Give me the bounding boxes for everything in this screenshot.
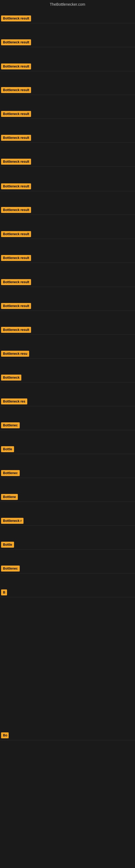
list-item[interactable]: Bottleneck result [1, 63, 31, 69]
bottleneck-badge: Bottleneck r [1, 518, 24, 524]
bottleneck-badge: Bottleneck result [1, 16, 31, 22]
bottleneck-badge: Bottleneck result [1, 159, 31, 165]
page-container: TheBottlenecker.com Bottleneck resultBot… [0, 0, 135, 868]
bottleneck-badge: Bottleneck result [1, 39, 31, 45]
bottleneck-badge: Bottleneck res [1, 399, 27, 404]
list-item[interactable]: B [1, 589, 7, 595]
bottleneck-badge: Bottleneck result [1, 279, 31, 285]
separator [0, 287, 135, 287]
list-item[interactable]: Bottleneck result [1, 207, 31, 213]
separator [0, 597, 135, 597]
bottleneck-badge: Bottlenec [1, 565, 20, 571]
separator [0, 740, 135, 740]
list-item[interactable]: Bottle [1, 446, 14, 452]
bottleneck-badge: B [1, 589, 7, 595]
separator [0, 71, 135, 71]
bottleneck-badge: Bottleneck resu [1, 351, 29, 357]
separator [0, 430, 135, 430]
bottleneck-badge: Bottleneck result [1, 111, 31, 117]
list-item[interactable]: Bottleneck result [1, 87, 31, 93]
separator [0, 239, 135, 239]
separator [0, 454, 135, 454]
list-item[interactable]: Bottlene [1, 494, 18, 500]
list-item[interactable]: Bottlenec [1, 422, 20, 428]
list-item[interactable]: Bottleneck result [1, 159, 31, 165]
bottleneck-badge: Bottleneck result [1, 63, 31, 69]
list-item[interactable]: Bottleneck [1, 375, 21, 380]
list-item[interactable]: Bottleneck r [1, 518, 24, 524]
site-title: TheBottlenecker.com [50, 2, 85, 6]
separator [0, 573, 135, 574]
list-item[interactable]: Bottleneck result [1, 231, 31, 237]
separator [0, 47, 135, 47]
bottleneck-badge: Bottleneck result [1, 183, 31, 189]
separator [0, 382, 135, 382]
bottleneck-badge: Bottleneck result [1, 231, 31, 237]
bottleneck-badge: Bottle [1, 542, 14, 548]
list-item[interactable]: Bottleneck result [1, 16, 31, 22]
separator [0, 166, 135, 166]
bottleneck-badge: Bottleneck result [1, 87, 31, 93]
list-item[interactable]: Bottleneck result [1, 39, 31, 45]
bottleneck-badge: Bottlenec [1, 422, 20, 428]
bottleneck-badge: Bottlene [1, 494, 18, 500]
separator [0, 311, 135, 311]
separator [0, 549, 135, 550]
separator [0, 95, 135, 95]
list-item[interactable]: Bottleneck result [1, 279, 31, 285]
bottleneck-badge: Bottleneck result [1, 255, 31, 261]
separator [0, 525, 135, 526]
list-item[interactable]: Bottleneck result [1, 111, 31, 117]
bottleneck-badge: Bottleneck result [1, 207, 31, 213]
bottleneck-badge: Bottleneck result [1, 303, 31, 309]
list-item[interactable]: Bottleneck res [1, 399, 27, 404]
separator [0, 358, 135, 359]
bottleneck-badge: Bottlenec [1, 470, 20, 476]
separator [0, 119, 135, 119]
separator [0, 191, 135, 191]
list-item[interactable]: Bottleneck result [1, 327, 31, 333]
list-item[interactable]: Bottlenec [1, 470, 20, 476]
bottleneck-badge: Bottleneck [1, 375, 21, 380]
bottleneck-badge: Bottleneck result [1, 135, 31, 141]
list-item[interactable]: Bottleneck result [1, 183, 31, 189]
separator [0, 23, 135, 23]
bottleneck-badge: Bo [1, 733, 9, 738]
bottleneck-badge: Bottle [1, 446, 14, 452]
site-header: TheBottlenecker.com [0, 0, 135, 8]
list-item[interactable]: Bottle [1, 542, 14, 548]
list-item[interactable]: Bottleneck result [1, 255, 31, 261]
list-item[interactable]: Bottlenec [1, 565, 20, 571]
list-item[interactable]: Bottleneck result [1, 135, 31, 141]
list-item[interactable]: Bottleneck result [1, 303, 31, 309]
separator [0, 215, 135, 215]
list-item[interactable]: Bo [1, 733, 9, 738]
list-item[interactable]: Bottleneck resu [1, 351, 29, 357]
bottleneck-badge: Bottleneck result [1, 327, 31, 333]
separator [0, 501, 135, 502]
separator [0, 406, 135, 406]
separator [0, 262, 135, 263]
